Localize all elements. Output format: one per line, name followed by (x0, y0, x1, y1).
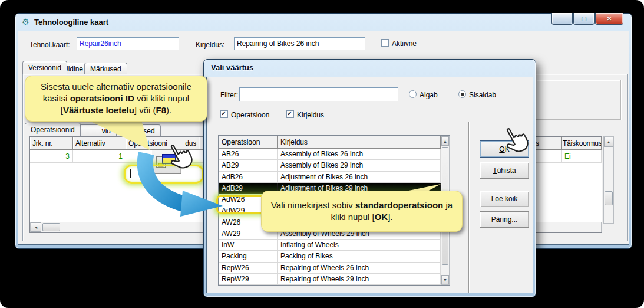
kirjeldus-checkbox-label: Kirjeldus (297, 111, 324, 119)
operation-description: Repairing of Wheels 26 inch (278, 263, 441, 274)
scroll-left-icon: ◄ (34, 225, 38, 230)
scroll-up-button[interactable]: ▲ (441, 136, 449, 146)
cancel-button-label: Tühista (493, 166, 516, 175)
minimize-button[interactable]: — (551, 13, 573, 25)
kirjeldus-checkbox[interactable] (286, 110, 294, 118)
cell-taiskoormus[interactable]: Ei (562, 150, 602, 163)
callout-text-segment: ]. (388, 212, 392, 222)
callout-text-segment: ). (166, 105, 171, 115)
operation-code: RepW26 (219, 263, 278, 274)
cancel-button[interactable]: Tühista (480, 162, 529, 179)
subtab-operatsioonid[interactable]: Operatsioonid (25, 123, 81, 136)
scroll-left-button[interactable]: ◄ (31, 222, 41, 232)
callout-text-segment: Vali nimekirjast sobiv (271, 200, 355, 210)
cell-jrk[interactable]: 3 (30, 150, 73, 163)
list-item[interactable]: AB26Assembly of Bikes 26 inch (219, 149, 450, 160)
window-controls: — ▢ ✕ (551, 13, 623, 25)
main-titlebar[interactable]: ⚙ Tehnoloogiline kaart — ▢ ✕ (15, 14, 632, 30)
scroll-up-icon: ▲ (607, 140, 611, 144)
callout-text: Vali nimekirjast sobiv standardoperatsio… (267, 199, 456, 224)
description-label: Kirjeldus: (196, 41, 224, 49)
groupbox-line (536, 119, 621, 120)
active-checkbox-label: Aktiivne (392, 40, 417, 48)
window-title: Tehnoloogiline kaart (34, 18, 108, 27)
panel-divider (468, 122, 469, 293)
app-gear-icon: ⚙ (22, 17, 29, 27)
callout-text-segment: F8 (156, 105, 167, 115)
vertical-scrollbar[interactable]: ▲ (603, 136, 614, 224)
callout-text-segment: Väärtuste loetelu (63, 105, 134, 115)
operation-description: Packing of Bikes (278, 251, 441, 262)
radio-algab[interactable] (409, 90, 417, 98)
operation-code: RepW29 (219, 274, 278, 285)
list-item[interactable]: InWInflating of Wheels (219, 240, 450, 251)
filter-input[interactable] (239, 87, 398, 101)
callout-text: Sisesta uuele alternatiiv operatsioonile… (31, 81, 201, 117)
list-header: Operatsioon Kirjeldus (219, 136, 450, 149)
description-input[interactable] (234, 37, 365, 50)
scroll-up-icon: ▲ (443, 139, 447, 143)
dialog-titlebar[interactable]: Vali väärtus (204, 60, 536, 76)
close-icon: ✕ (607, 15, 612, 22)
query-button[interactable]: Päring... (480, 211, 529, 228)
card-label: Tehnol.kaart: (29, 41, 70, 49)
operatsioon-checkbox-label: Operatsioon (231, 111, 269, 119)
tab-versioonid[interactable]: Versioonid (22, 61, 67, 74)
scroll-up-button[interactable]: ▲ (604, 137, 613, 147)
list-item[interactable]: PackingPacking of Bikes (219, 251, 450, 262)
read-all-button[interactable]: Loe kõik (480, 191, 529, 207)
operation-description: Assembly of Bikes 26 inch (278, 149, 441, 160)
list-item[interactable]: RepW26Repairing of Wheels 26 inch (219, 263, 450, 274)
callout-text-segment: OK (375, 212, 388, 222)
callout-text-segment: ] või ( (134, 105, 156, 115)
groupbox-line (536, 80, 621, 80)
scrollbar-thumb[interactable] (605, 191, 613, 205)
callout-select-standard-operation: Vali nimekirjast sobiv standardoperatsio… (261, 191, 463, 232)
tab-label: Märkused (90, 65, 121, 73)
groupbox-line (620, 80, 621, 120)
callout-text-segment: operatsiooni ID (70, 93, 134, 103)
column-header-jrk[interactable]: Jrk. nr. (30, 137, 73, 150)
tab-label: Versioonid (28, 64, 61, 72)
operation-code: InW (219, 240, 278, 251)
read-all-button-label: Loe kõik (491, 195, 518, 203)
callout-text-segment: standardoperatsioon (355, 200, 443, 210)
radio-sisaldab[interactable] (458, 90, 466, 98)
operatsioon-checkbox[interactable] (220, 110, 228, 118)
dialog-title: Vali väärtus (211, 63, 253, 72)
column-header-taiskoormus[interactable]: Täiskoormus (562, 137, 602, 150)
operation-description: Inflating of Wheels (278, 240, 441, 251)
operation-description: Assembly of Bikes 29 inch (278, 160, 441, 171)
tab-markused[interactable]: Märkused (84, 63, 127, 74)
list-item[interactable]: AB29Assembly of Bikes 29 inch (219, 160, 450, 171)
screenshot-stage: ⚙ Tehnoloogiline kaart — ▢ ✕ Tehnol.kaar… (0, 0, 644, 308)
query-button-label: Päring... (491, 215, 518, 224)
list-column-description[interactable]: Kirjeldus (278, 136, 441, 149)
card-input[interactable] (77, 37, 179, 50)
operation-description: Repairing of Wheels 29 inch (278, 274, 441, 285)
maximize-icon: ▢ (581, 15, 586, 22)
radio-sisaldab-label: Sisaldab (469, 91, 496, 99)
scroll-down-button[interactable]: ▼ (441, 275, 449, 284)
minimize-icon: — (559, 15, 565, 22)
filter-label: Filter: (220, 91, 238, 99)
list-item[interactable]: RepW29Repairing of Wheels 29 inch (219, 274, 450, 285)
close-button[interactable]: ✕ (595, 13, 623, 25)
radio-algab-label: Algab (420, 91, 438, 99)
scrollbar-thumb[interactable] (42, 223, 60, 231)
operation-code: Packing (219, 251, 278, 262)
subtab-label: Operatsioonid (31, 126, 75, 134)
maximize-button[interactable]: ▢ (573, 13, 595, 25)
scroll-down-icon: ▼ (443, 278, 447, 282)
callout-enter-operation-id: Sisesta uuele alternatiiv operatsioonile… (25, 76, 207, 122)
active-checkbox[interactable] (381, 39, 389, 47)
